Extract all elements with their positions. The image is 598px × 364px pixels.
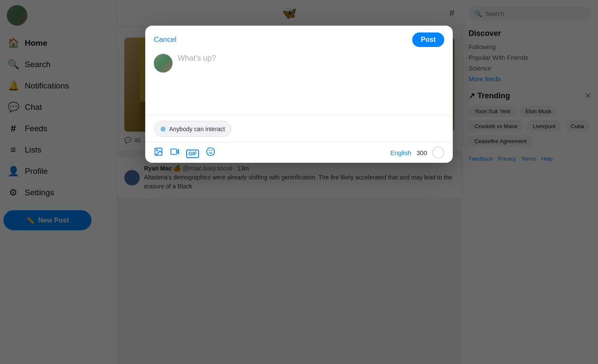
interact-icon: ⊕ bbox=[160, 125, 166, 133]
emoji-button[interactable] bbox=[206, 147, 215, 159]
emoji-icon bbox=[206, 147, 215, 156]
modal-body: What's up? bbox=[145, 47, 453, 115]
interact-label: Anybody can interact bbox=[169, 126, 225, 132]
toolbar-icons: GIF bbox=[154, 147, 215, 159]
compose-modal: Cancel Post What's up? ⊕ Anybody can int… bbox=[145, 26, 453, 163]
image-icon bbox=[154, 147, 163, 156]
compose-placeholder: What's up? bbox=[178, 54, 216, 62]
video-icon bbox=[170, 147, 179, 156]
svg-point-22 bbox=[156, 150, 158, 151]
modal-overlay[interactable]: Cancel Post What's up? ⊕ Anybody can int… bbox=[0, 0, 598, 364]
char-count: 300 bbox=[416, 149, 427, 156]
language-button[interactable]: English bbox=[390, 149, 411, 156]
gif-icon: GIF bbox=[186, 150, 199, 158]
interact-button[interactable]: ⊕ Anybody can interact bbox=[154, 121, 232, 137]
modal-toolbar: GIF English 300 bbox=[145, 142, 453, 163]
post-button[interactable]: Post bbox=[412, 32, 444, 47]
svg-point-25 bbox=[207, 147, 214, 155]
modal-textarea-wrapper[interactable]: What's up? bbox=[178, 54, 444, 109]
modal-header: Cancel Post bbox=[145, 26, 453, 47]
toolbar-right: English 300 bbox=[390, 147, 444, 159]
video-button[interactable] bbox=[170, 147, 179, 159]
image-upload-button[interactable] bbox=[154, 147, 163, 159]
gif-button[interactable]: GIF bbox=[186, 147, 199, 159]
app-container: 🏠 Home 🔍 Search 🔔 Notifications 💬 Chat #… bbox=[0, 0, 598, 364]
cancel-button[interactable]: Cancel bbox=[154, 35, 176, 44]
modal-footer: ⊕ Anybody can interact bbox=[145, 116, 453, 142]
char-circle bbox=[432, 147, 444, 159]
svg-rect-23 bbox=[171, 149, 177, 154]
modal-user-avatar bbox=[154, 54, 173, 73]
